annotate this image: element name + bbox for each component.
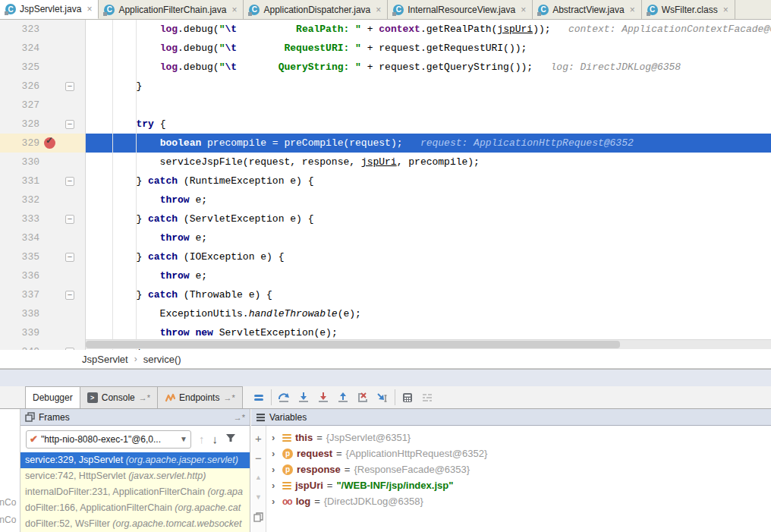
fold-icon[interactable]: − bbox=[65, 253, 74, 262]
close-icon[interactable]: × bbox=[87, 4, 92, 14]
close-icon[interactable]: × bbox=[630, 5, 635, 15]
code-line-324[interactable]: 324 log.debug("\t RequestURI: " + reques… bbox=[0, 39, 771, 58]
fold-icon[interactable]: − bbox=[65, 120, 74, 129]
gutter[interactable]: 324 bbox=[0, 39, 86, 58]
code-line-330[interactable]: 330 serviceJspFile(request, response, js… bbox=[0, 153, 771, 172]
remove-icon[interactable]: − bbox=[255, 448, 262, 467]
close-icon[interactable]: × bbox=[723, 5, 729, 15]
editor-tab-WsFilter.class[interactable]: CWsFilter.class× bbox=[642, 0, 735, 19]
code-line-328[interactable]: 328− try { bbox=[0, 115, 771, 134]
gutter[interactable]: 340− bbox=[0, 342, 86, 350]
gutter[interactable]: 323 bbox=[0, 20, 86, 39]
expand-chevron-icon[interactable]: › bbox=[272, 496, 279, 507]
step-into-icon[interactable] bbox=[294, 386, 313, 408]
code-line-323[interactable]: 323 log.debug("\t RealPath: " + context.… bbox=[0, 20, 771, 39]
variable-row[interactable]: ›presponse={ResponseFacade@6353} bbox=[267, 461, 771, 477]
drop-frame-icon[interactable] bbox=[353, 386, 373, 408]
class-icon: C bbox=[538, 5, 549, 15]
gutter[interactable]: 326− bbox=[0, 77, 86, 96]
code-line-327[interactable]: 327 bbox=[0, 96, 771, 115]
code-line-331[interactable]: 331− } catch (RuntimeException e) { bbox=[0, 172, 771, 190]
close-icon[interactable]: × bbox=[376, 5, 381, 15]
frame-row[interactable]: doFilter:52, WsFilter (org.apache.tomcat… bbox=[20, 516, 250, 532]
close-icon[interactable]: × bbox=[521, 5, 526, 15]
endpoints-icon bbox=[165, 392, 175, 403]
gutter[interactable]: 333− bbox=[0, 209, 86, 228]
gutter[interactable]: 325 bbox=[0, 58, 86, 77]
breadcrumb-method[interactable]: service() bbox=[143, 354, 181, 365]
gutter[interactable]: 331− bbox=[0, 172, 86, 190]
breakpoint-icon[interactable] bbox=[44, 137, 55, 149]
code-line-325[interactable]: 325 log.debug("\t QueryString: " + reque… bbox=[0, 58, 771, 77]
code-line-338[interactable]: 338 ExceptionUtils.handleThrowable(e); bbox=[0, 304, 771, 323]
gutter[interactable]: 327 bbox=[0, 96, 86, 115]
code-line-337[interactable]: 337− } catch (Throwable e) { bbox=[0, 285, 771, 304]
variable-row[interactable]: ›this={JspServlet@6351} bbox=[267, 430, 771, 445]
frame-row[interactable]: service:329, JspServlet (org.apache.jasp… bbox=[20, 452, 250, 468]
variable-row[interactable]: ›oolog={DirectJDKLog@6358} bbox=[267, 493, 771, 509]
run-to-cursor-icon[interactable] bbox=[373, 386, 392, 408]
frame-row[interactable]: service:742, HttpServlet (javax.servlet.… bbox=[20, 468, 250, 484]
gutter[interactable]: 337− bbox=[0, 285, 86, 304]
scrollbar-thumb[interactable] bbox=[86, 341, 620, 348]
hide-panel-icon[interactable]: →* bbox=[234, 413, 245, 422]
editor-tab-JspServlet.java[interactable]: CJspServlet.java× bbox=[0, 0, 99, 19]
fold-end-icon[interactable]: − bbox=[65, 348, 74, 351]
frame-row[interactable]: internalDoFilter:231, ApplicationFilterC… bbox=[20, 484, 250, 500]
gutter[interactable]: 328− bbox=[0, 115, 86, 134]
expand-chevron-icon[interactable]: › bbox=[272, 480, 279, 491]
fold-icon[interactable]: − bbox=[65, 177, 74, 186]
evaluate-expression-icon[interactable] bbox=[398, 386, 417, 408]
gutter[interactable]: 332 bbox=[0, 190, 86, 209]
gutter[interactable]: 335− bbox=[0, 247, 86, 266]
code-line-332[interactable]: 332 throw e; bbox=[0, 190, 771, 209]
gutter[interactable]: 329 bbox=[0, 134, 86, 153]
code-line-335[interactable]: 335− } catch (IOException e) { bbox=[0, 247, 771, 266]
tab-endpoints[interactable]: Endpoints →* bbox=[157, 386, 243, 408]
fold-icon[interactable]: − bbox=[65, 215, 74, 224]
step-out-icon[interactable] bbox=[333, 386, 353, 408]
code-line-329[interactable]: 329 boolean precompile = preCompile(requ… bbox=[0, 134, 771, 153]
up-triangle-icon[interactable]: ▲ bbox=[255, 467, 262, 487]
up-arrow-icon[interactable]: ↑ bbox=[199, 433, 205, 445]
code-line-336[interactable]: 336 throw e; bbox=[0, 266, 771, 285]
gutter[interactable]: 338 bbox=[0, 304, 86, 323]
down-arrow-icon[interactable]: ↓ bbox=[212, 433, 219, 445]
step-over-icon[interactable] bbox=[274, 386, 294, 408]
show-execution-point-icon[interactable] bbox=[249, 386, 269, 408]
gutter[interactable]: 339 bbox=[0, 323, 86, 342]
code-line-333[interactable]: 333− } catch (ServletException e) { bbox=[0, 209, 771, 228]
filter-icon[interactable] bbox=[225, 433, 236, 445]
gutter[interactable]: 334 bbox=[0, 228, 86, 247]
close-icon[interactable]: × bbox=[231, 5, 237, 15]
line-number: 340 bbox=[0, 346, 39, 350]
variable-row[interactable]: ›prequest={ApplicationHttpRequest@6352} bbox=[267, 445, 771, 461]
thread-dropdown[interactable]: ✔ "http-nio-8080-exec-1"@6,0... ▼ bbox=[26, 430, 191, 449]
code-editor[interactable]: 323 log.debug("\t RealPath: " + context.… bbox=[0, 20, 771, 350]
editor-tab-ApplicationFilterChain.java[interactable]: CApplicationFilterChain.java× bbox=[99, 0, 244, 19]
editor-tab-AbstractView.java[interactable]: CAbstractView.java× bbox=[533, 0, 642, 19]
frame-row[interactable]: doFilter:166, ApplicationFilterChain (or… bbox=[20, 500, 250, 516]
class-icon: C bbox=[393, 5, 404, 15]
down-triangle-icon[interactable]: ▼ bbox=[255, 487, 262, 507]
gutter[interactable]: 336 bbox=[0, 266, 86, 285]
splitter-band[interactable] bbox=[0, 369, 771, 386]
editor-tab-ApplicationDispatcher.java[interactable]: CApplicationDispatcher.java× bbox=[244, 0, 388, 19]
expand-chevron-icon[interactable]: › bbox=[272, 464, 279, 475]
expand-chevron-icon[interactable]: › bbox=[272, 448, 279, 459]
gutter[interactable]: 330 bbox=[0, 153, 86, 172]
force-step-into-icon[interactable] bbox=[313, 386, 333, 408]
editor-tab-InternalResourceView.java[interactable]: CInternalResourceView.java× bbox=[388, 0, 533, 19]
code-line-334[interactable]: 334 throw e; bbox=[0, 228, 771, 247]
tab-console[interactable]: > Console →* bbox=[80, 386, 158, 408]
variable-row[interactable]: ›jspUri="/WEB-INF/jsp/index.jsp" bbox=[267, 477, 771, 493]
add-icon[interactable]: + bbox=[255, 428, 262, 448]
expand-chevron-icon[interactable]: › bbox=[272, 432, 279, 443]
fold-icon[interactable]: − bbox=[65, 291, 74, 300]
horizontal-scrollbar[interactable] bbox=[86, 339, 771, 349]
tab-debugger[interactable]: Debugger bbox=[25, 386, 80, 408]
fold-icon[interactable]: − bbox=[65, 82, 74, 91]
copy-icon[interactable] bbox=[253, 507, 263, 527]
code-line-326[interactable]: 326− } bbox=[0, 77, 771, 96]
breadcrumb-class[interactable]: JspServlet bbox=[82, 354, 128, 365]
